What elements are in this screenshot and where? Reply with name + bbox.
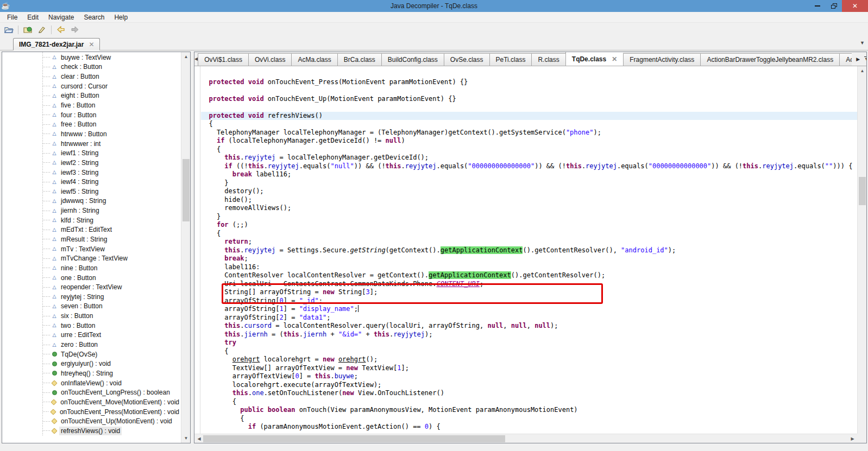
class-tab-tqde-class[interactable]: TqDe.class✕ (565, 52, 623, 66)
tree-item[interactable]: △reopender : TextView (2, 282, 181, 292)
menu-help[interactable]: Help (109, 12, 133, 22)
class-tab-peti-class[interactable]: PeTi.class (489, 53, 532, 66)
search-button[interactable] (36, 24, 48, 35)
tree-scroll-up-icon[interactable]: ▲ (181, 52, 191, 61)
code-line: for (;;) (201, 221, 857, 230)
jar-tab[interactable]: IMG_7821-dex2jar.jar ✕ (13, 38, 100, 50)
code-line: removeAllViews(); (201, 204, 857, 213)
tree-scroll-down-icon[interactable]: ▼ (181, 434, 191, 443)
tree-item[interactable]: △seven : Button (2, 302, 181, 312)
tree-item[interactable]: △iewf4 : String (2, 177, 181, 187)
forward-button[interactable] (69, 24, 81, 35)
class-tab-actionbardrawertogglejellybeanmr2-class[interactable]: ActionBarDrawerToggleJellybeanMR2.class (700, 53, 839, 66)
tree-item[interactable]: △four : Button (2, 110, 181, 120)
menu-file[interactable]: File (2, 12, 22, 22)
protected-method-icon (51, 429, 58, 433)
tree-item[interactable]: △five : Button (2, 100, 181, 110)
class-tab-ovvi-class[interactable]: OvVi.class (248, 53, 291, 66)
tree-connector-stub (43, 105, 50, 106)
tree-item[interactable]: onTouchEvent_LongPress() : boolean (2, 388, 181, 397)
tree-connector-stub (43, 86, 50, 86)
tree-item[interactable]: △mResult : String (2, 234, 181, 244)
open-file-button[interactable] (3, 24, 15, 35)
tree-item[interactable]: △clear : Button (2, 72, 181, 81)
tree-item[interactable]: △six : Button (2, 311, 181, 321)
close-button[interactable]: ✕ (842, 0, 868, 12)
class-tab-buildconfig-class[interactable]: BuildConfig.class (381, 53, 444, 66)
tree-item[interactable]: △urre : EditText (2, 331, 181, 340)
menu-navigate[interactable]: Navigate (43, 12, 79, 22)
class-tab-bar: ◀ OvVi$1.classOvVi.classAcMa.classBrCa.c… (194, 52, 866, 66)
tree-item[interactable]: △mEdTxt : EditText (2, 225, 181, 235)
tree-item[interactable]: TqDe(OvSe) (2, 350, 181, 359)
tree-item[interactable]: △iewf2 : String (2, 158, 181, 168)
class-tab-r-class[interactable]: R.class (531, 53, 565, 66)
class-link[interactable]: orehgrt (232, 355, 260, 363)
tree-item[interactable]: onInflateView() : void (2, 378, 181, 388)
class-tab-label: ActionBarDrawerToggleJellybeanMR2.class (707, 56, 833, 63)
tree-connector-stub (43, 230, 50, 230)
jar-tab-close-icon[interactable]: ✕ (89, 41, 94, 48)
tree-connector-stub (43, 383, 50, 383)
tree-item[interactable]: △jdwwwq : String (2, 196, 181, 206)
tree-item[interactable]: onTouchEvent_Move(MotionEvent) : void (2, 397, 181, 407)
restore-button[interactable] (826, 0, 842, 12)
tree-item[interactable]: △free : Button (2, 119, 181, 129)
tree-connector-stub (43, 191, 50, 192)
forward-arrow-icon (71, 26, 79, 33)
tree-item[interactable]: △htrwwwer : int (2, 139, 181, 149)
tree-item[interactable]: onTouchEvent_Up(MotionEvent) : void (2, 416, 181, 426)
tree-item[interactable]: ergiyuiyur() : void (2, 359, 181, 369)
code-editor[interactable]: protected void onTouchEvent_Press(Motion… (194, 66, 857, 434)
tree-item[interactable]: △klfd : String (2, 215, 181, 225)
minimize-button[interactable] (809, 0, 826, 12)
code-scroll-up-icon[interactable]: ▲ (858, 66, 867, 75)
code-scroll-left-icon[interactable]: ◀ (194, 434, 204, 443)
class-tab-brca-class[interactable]: BrCa.class (337, 53, 381, 66)
class-tab-acma-class[interactable]: AcMa.class (291, 53, 337, 66)
open-type-button[interactable] (22, 24, 34, 35)
tab-list-dropdown-icon[interactable]: ▼ (860, 40, 865, 46)
tree-item[interactable]: △iewf5 : String (2, 187, 181, 196)
tree-item[interactable]: △mTv : TextView (2, 244, 181, 254)
tree-item[interactable]: △check : Button (2, 62, 181, 72)
tree-item[interactable]: △buywe : TextView (2, 53, 181, 62)
tree-item[interactable]: △two : Button (2, 321, 181, 331)
tree-item[interactable]: △iewf1 : String (2, 148, 181, 158)
code-hscrollbar-thumb[interactable] (203, 435, 505, 442)
tree-scrollbar-thumb[interactable] (183, 159, 190, 221)
class-tab-ovvi-1-class[interactable]: OvVi$1.class (198, 53, 248, 66)
code-scroll-right-icon[interactable]: ▶ (848, 434, 857, 443)
tree-item[interactable]: △zero : Button (2, 340, 181, 350)
tree-connector-stub (43, 143, 50, 144)
tree-item[interactable]: htreyheq() : String (2, 369, 181, 378)
tree-item[interactable]: △jiernh : String (2, 206, 181, 215)
tree-scrollbar[interactable]: ▲ ▼ (181, 52, 190, 443)
tabs-menu-icon[interactable]: ▼ (864, 56, 867, 61)
code-horizontal-scrollbar[interactable]: ◀ ▶ (194, 434, 857, 443)
tree-item[interactable]: △cursord : Cursor (2, 81, 181, 91)
tree-item[interactable]: △one : Button (2, 273, 181, 283)
code-vertical-scrollbar[interactable]: ▲ (857, 66, 866, 434)
menu-edit[interactable]: Edit (22, 12, 43, 22)
back-button[interactable] (55, 24, 67, 35)
tabs-scroll-right-icon[interactable]: ▶ (856, 56, 860, 62)
tree-item[interactable]: △nine : Button (2, 263, 181, 273)
tree-item[interactable]: △htrwww : Button (2, 129, 181, 139)
toolbar-separator (18, 26, 18, 34)
class-tab-actionbard[interactable]: ActionBarD (839, 53, 852, 66)
tree-item[interactable]: refreshViews() : void (2, 426, 181, 436)
code-line: TelephonyManager localTelephonyManager =… (201, 129, 857, 137)
tree-item[interactable]: △mTvChange : TextView (2, 253, 181, 263)
code-vscrollbar-thumb[interactable] (859, 177, 866, 205)
tree-item[interactable]: △reyjytej : String (2, 292, 181, 302)
class-tab-ovse-class[interactable]: OvSe.class (444, 53, 489, 66)
tree-item[interactable]: onTouchEvent_Press(MotionEvent) : void (2, 407, 181, 417)
menu-search[interactable]: Search (79, 12, 109, 22)
class-tab-close-icon[interactable]: ✕ (612, 55, 617, 63)
field-icon: △ (51, 314, 58, 319)
class-tab-fragmentactivity-class[interactable]: FragmentActivity.class (623, 53, 700, 66)
tree-item[interactable]: △iewf3 : String (2, 168, 181, 177)
tree-item[interactable]: △eight : Button (2, 91, 181, 101)
class-link[interactable]: orehgrt (338, 355, 366, 363)
